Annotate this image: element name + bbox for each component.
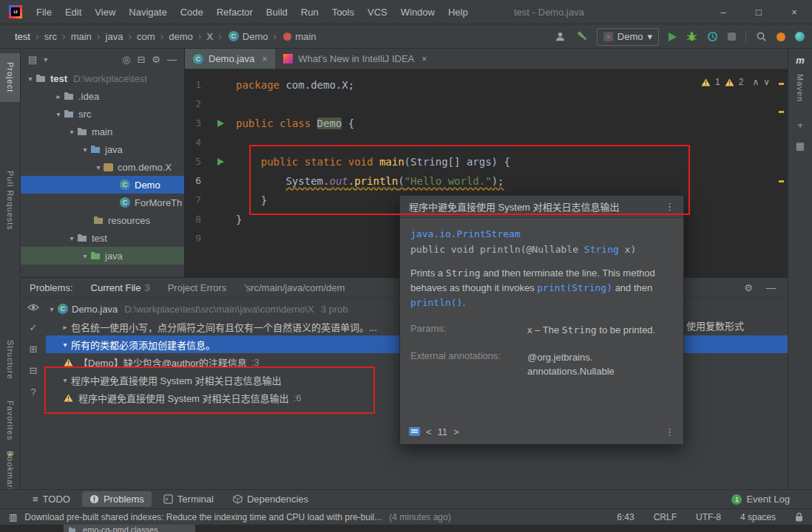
- tab-inspection-path[interactable]: 'src/main/java/com/dem: [244, 282, 345, 293]
- code-line-5[interactable]: 5 public static void main(String[] args)…: [185, 152, 788, 171]
- run-main-gutter-icon[interactable]: [217, 158, 224, 166]
- menu-run[interactable]: Run: [294, 0, 325, 24]
- tree-item-java-test[interactable]: ▾ java: [21, 247, 184, 265]
- maximize-button[interactable]: □: [741, 0, 777, 24]
- preview-eye-icon[interactable]: [27, 303, 39, 312]
- doc-popup-header[interactable]: 程序中避免直接使用 System 对相关日志信息输出 ⋮: [400, 196, 683, 218]
- menu-edit[interactable]: Edit: [58, 0, 88, 24]
- tree-item-java-main[interactable]: ▾ java: [21, 140, 184, 158]
- ide-assistant-icon[interactable]: [795, 32, 805, 41]
- run-config-selector[interactable]: × Demo ▾: [597, 28, 659, 46]
- chevron-right-icon[interactable]: ▸: [53, 92, 64, 100]
- stop-button[interactable]: [728, 33, 736, 41]
- search-everywhere-icon[interactable]: [756, 31, 767, 42]
- tree-item-package[interactable]: ▾ com.demo.X: [21, 158, 184, 176]
- tree-item-idea[interactable]: ▸ .idea: [21, 87, 184, 105]
- kebab-menu-icon[interactable]: ⋮: [665, 426, 674, 437]
- inspection-widget[interactable]: 1 2 ∧ ∨: [701, 77, 770, 87]
- update-indicator-icon[interactable]: [777, 33, 785, 41]
- close-button[interactable]: ×: [777, 0, 812, 24]
- tree-item-root[interactable]: ▾ test D:\workplace\test: [21, 69, 184, 87]
- tool-button-event-log[interactable]: 1Event Log: [724, 491, 797, 507]
- caret-position[interactable]: 6:43: [617, 512, 634, 522]
- chevron-down-icon[interactable]: ▾: [67, 234, 77, 242]
- breadcrumb-com[interactable]: com: [137, 31, 155, 42]
- menu-build[interactable]: Build: [260, 0, 294, 24]
- filter-check-icon[interactable]: ✓: [30, 322, 38, 333]
- breadcrumb-method-main[interactable]: main: [295, 31, 316, 42]
- tree-item-class-demo[interactable]: C Demo: [21, 176, 184, 194]
- background-popup-fragment[interactable]: .emo-cg-pmd.classes: [64, 525, 195, 532]
- error-stripe-mark[interactable]: [779, 83, 784, 85]
- chevron-down-icon[interactable]: ▾: [80, 252, 90, 260]
- hide-panel-icon[interactable]: —: [766, 282, 776, 293]
- breadcrumb-java[interactable]: java: [106, 31, 124, 42]
- println-method-link[interactable]: println(): [410, 297, 462, 308]
- breadcrumb-main[interactable]: main: [71, 31, 92, 42]
- gear-icon[interactable]: ⚙: [152, 54, 160, 65]
- locate-file-icon[interactable]: ◎: [122, 54, 130, 65]
- profiler-button[interactable]: [707, 31, 718, 42]
- next-issue-icon[interactable]: ∨: [763, 77, 770, 87]
- tool-stripe-favorites[interactable]: Favorites: [0, 396, 20, 445]
- previous-issue-icon[interactable]: ∧: [752, 77, 759, 87]
- type-link[interactable]: String: [584, 244, 619, 255]
- breadcrumb-class-demo[interactable]: Demo: [243, 31, 268, 42]
- kebab-menu-icon[interactable]: ⋮: [665, 201, 674, 212]
- chevron-down-icon[interactable]: ▾: [46, 305, 58, 313]
- close-icon[interactable]: ×: [422, 54, 427, 64]
- menu-refactor[interactable]: Refactor: [210, 0, 260, 24]
- menu-window[interactable]: Window: [394, 0, 441, 24]
- hide-panel-icon[interactable]: —: [167, 54, 177, 65]
- tool-stripe-structure[interactable]: Structure: [0, 332, 20, 387]
- chevron-down-icon[interactable]: ▾: [93, 163, 104, 171]
- tool-window-switcher-icon[interactable]: ▥: [9, 512, 17, 522]
- tree-item-resources[interactable]: resources: [21, 211, 184, 229]
- chevron-down-icon[interactable]: ▾: [53, 110, 64, 118]
- menu-file[interactable]: File: [30, 0, 58, 24]
- breadcrumb-src[interactable]: src: [44, 31, 57, 42]
- pager-next[interactable]: >: [453, 426, 459, 437]
- menu-navigate[interactable]: Navigate: [122, 0, 173, 24]
- menu-vcs[interactable]: VCS: [361, 0, 394, 24]
- error-stripe-mark[interactable]: [779, 111, 784, 113]
- breadcrumb-x[interactable]: X: [206, 31, 213, 42]
- tool-stripe-project[interactable]: Project: [0, 53, 20, 102]
- project-view-icon[interactable]: ▤: [28, 54, 37, 65]
- run-button[interactable]: [669, 33, 677, 41]
- tool-button-problems[interactable]: Problems: [82, 491, 152, 507]
- tree-item-src[interactable]: ▾ src: [21, 105, 184, 123]
- user-icon[interactable]: [555, 31, 566, 42]
- chevron-down-icon[interactable]: ▾: [25, 75, 35, 83]
- collapse-all-icon[interactable]: ⊟: [30, 365, 38, 376]
- class-reference-link[interactable]: java.io.PrintStream: [410, 228, 521, 239]
- chevron-down-icon[interactable]: ▾: [67, 128, 77, 136]
- tree-item-main[interactable]: ▾ main: [21, 123, 184, 140]
- code-line-4[interactable]: 4: [185, 133, 788, 152]
- tool-button-todo[interactable]: ≡TODO: [25, 491, 78, 507]
- debug-button[interactable]: [686, 31, 697, 42]
- close-icon[interactable]: ×: [262, 54, 267, 64]
- tab-project-errors[interactable]: Project Errors: [168, 282, 226, 293]
- chevron-down-icon[interactable]: ▾: [44, 55, 47, 64]
- expand-all-icon[interactable]: ⊞: [30, 344, 38, 355]
- help-icon[interactable]: ?: [30, 386, 35, 398]
- tool-stripe-bookmarks[interactable]: Bookmarks: [0, 460, 20, 489]
- minimize-button[interactable]: –: [706, 0, 741, 24]
- collapse-all-icon[interactable]: ⊟: [137, 54, 145, 65]
- breadcrumb-demo[interactable]: demo: [169, 31, 193, 42]
- add-icon[interactable]: +: [788, 120, 812, 131]
- layers-icon[interactable]: ▦: [788, 140, 812, 151]
- tab-current-file[interactable]: Current File3: [91, 282, 150, 293]
- tool-button-terminal[interactable]: Terminal: [156, 491, 221, 507]
- tab-whats-new[interactable]: What's New in IntelliJ IDEA ×: [275, 49, 435, 69]
- code-line-3[interactable]: 3public class Demo {: [185, 114, 788, 133]
- breadcrumb-test[interactable]: test: [15, 31, 30, 42]
- tree-item-test-dir[interactable]: ▾ test: [21, 229, 184, 247]
- pager-previous[interactable]: <: [426, 426, 432, 437]
- menu-view[interactable]: View: [88, 0, 122, 24]
- chevron-down-icon[interactable]: ▾: [59, 341, 71, 349]
- code-line-2[interactable]: 2: [185, 95, 788, 114]
- menu-help[interactable]: Help: [441, 0, 475, 24]
- print-method-link[interactable]: print(String): [537, 282, 612, 293]
